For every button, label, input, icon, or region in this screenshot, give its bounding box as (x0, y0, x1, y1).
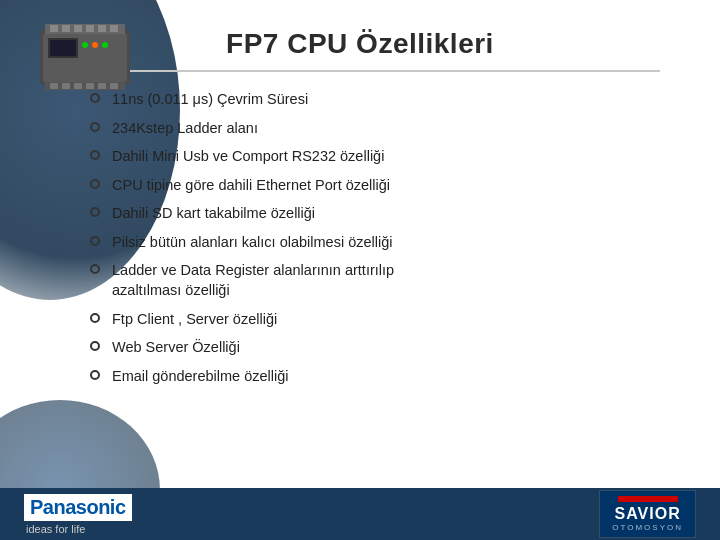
svg-point-12 (92, 42, 98, 48)
list-item: Dahili Mini Usb ve Comport RS232 özelliğ… (90, 147, 640, 167)
svg-rect-4 (62, 25, 70, 32)
list-item: 234Kstep Ladder alanı (90, 119, 640, 139)
savior-text: SAVIOR (615, 505, 681, 523)
svg-rect-16 (62, 83, 70, 89)
content-area: 11ns (0.011 μs) Çevrim Süresi 234Kstep L… (0, 72, 720, 405)
savior-sub: OTOMOSYON (612, 523, 683, 532)
panasonic-logo: Panasonic (24, 494, 132, 521)
list-item: Ladder ve Data Register alanlarının artt… (90, 261, 640, 300)
list-item: Web Server Özelliği (90, 338, 640, 358)
ideas-label: ideas for life (24, 523, 85, 535)
svg-rect-15 (50, 83, 58, 89)
list-item: Pilsiz bütün alanları kalıcı olabilmesi … (90, 233, 640, 253)
svg-rect-7 (98, 25, 106, 32)
page-title: FP7 CPU Özellikleri (60, 28, 660, 60)
panasonic-logo-area: Panasonic ideas for life (24, 494, 132, 535)
list-item: Dahili SD kart takabilme özelliği (90, 204, 640, 224)
bullet-icon (90, 341, 100, 351)
bullet-icon (90, 264, 100, 274)
savior-top-bar (618, 496, 678, 502)
bullet-icon (90, 207, 100, 217)
svg-rect-19 (98, 83, 106, 89)
svg-rect-6 (86, 25, 94, 32)
bullet-list: 11ns (0.011 μs) Çevrim Süresi 234Kstep L… (90, 90, 640, 386)
savior-logo: SAVIOR OTOMOSYON (599, 490, 696, 538)
svg-rect-5 (74, 25, 82, 32)
list-item: Ftp Client , Server özelliği (90, 310, 640, 330)
svg-rect-3 (50, 25, 58, 32)
list-item: 11ns (0.011 μs) Çevrim Süresi (90, 90, 640, 110)
bullet-icon (90, 313, 100, 323)
bullet-icon (90, 236, 100, 246)
list-item: Email gönderebilme özelliği (90, 367, 640, 387)
bullet-icon (90, 122, 100, 132)
svg-point-13 (102, 42, 108, 48)
svg-rect-10 (50, 40, 76, 56)
bullet-icon (90, 179, 100, 189)
svg-rect-8 (110, 25, 118, 32)
footer: Panasonic ideas for life SAVIOR OTOMOSYO… (0, 488, 720, 540)
page-content: FP7 CPU Özellikleri 11ns (0.011 μs) Çevr… (0, 0, 720, 540)
svg-rect-17 (74, 83, 82, 89)
svg-rect-18 (86, 83, 94, 89)
product-image (30, 10, 140, 100)
svg-point-11 (82, 42, 88, 48)
bullet-icon (90, 370, 100, 380)
bullet-icon (90, 150, 100, 160)
svg-rect-20 (110, 83, 118, 89)
list-item: CPU tipine göre dahili Ethernet Port öze… (90, 176, 640, 196)
